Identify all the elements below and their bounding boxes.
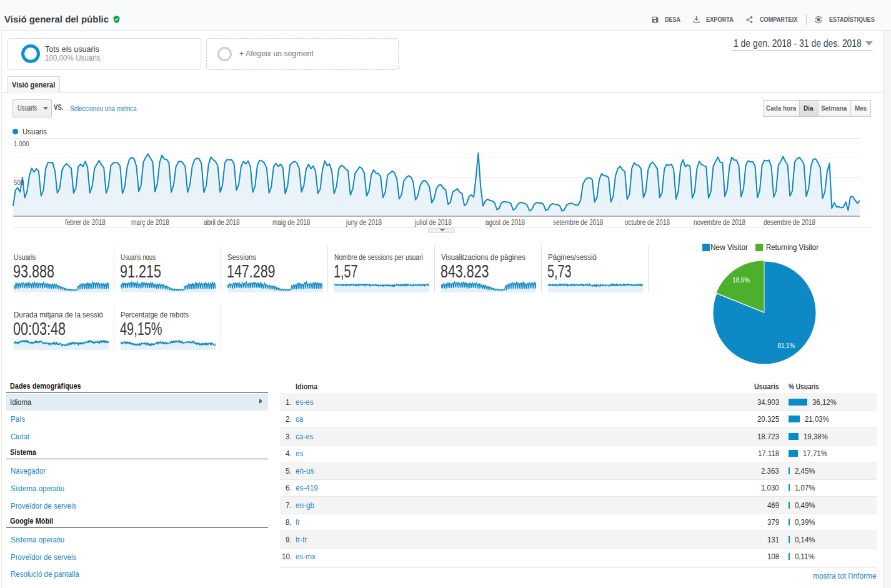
- svg-text:18,9%: 18,9%: [732, 276, 750, 284]
- svg-text:81,1%: 81,1%: [778, 342, 795, 350]
